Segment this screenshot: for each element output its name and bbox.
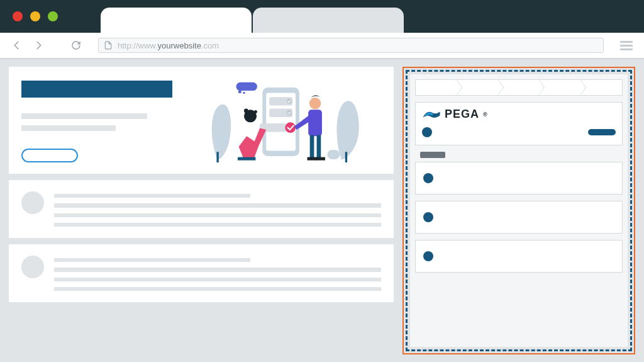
window-maximize-icon[interactable] bbox=[48, 11, 58, 21]
nav-divider bbox=[0, 58, 644, 59]
mashup-list-item[interactable] bbox=[415, 162, 623, 195]
pega-brand-text: PEGA bbox=[445, 108, 479, 121]
title-bar bbox=[0, 0, 644, 33]
svg-rect-17 bbox=[308, 110, 322, 136]
pega-registered: ® bbox=[483, 111, 488, 118]
pega-header-card: PEGA® bbox=[415, 102, 623, 145]
option-row[interactable] bbox=[422, 126, 616, 139]
svg-point-14 bbox=[244, 109, 248, 113]
breadcrumb-step[interactable] bbox=[540, 80, 581, 95]
svg-point-15 bbox=[254, 110, 257, 113]
forward-icon[interactable] bbox=[33, 40, 44, 51]
back-icon[interactable] bbox=[11, 40, 23, 51]
svg-point-18 bbox=[309, 98, 321, 109]
url-text: http://www.yourwebsite.com bbox=[118, 41, 219, 50]
pega-mashup-panel: PEGA® bbox=[410, 74, 628, 347]
page-icon bbox=[104, 41, 113, 50]
breadcrumb-step[interactable] bbox=[457, 80, 499, 95]
svg-rect-23 bbox=[327, 150, 340, 159]
breadcrumb-step[interactable] bbox=[499, 80, 540, 95]
post-body bbox=[54, 256, 381, 291]
page-body: PEGA® bbox=[0, 59, 644, 362]
text-placeholder bbox=[54, 278, 381, 281]
hero-illustration bbox=[191, 78, 381, 162]
radio-icon bbox=[423, 251, 433, 261]
avatar bbox=[21, 191, 44, 214]
text-placeholder bbox=[21, 125, 116, 131]
text-placeholder bbox=[21, 113, 147, 119]
hero-card bbox=[9, 67, 394, 174]
text-placeholder bbox=[54, 223, 381, 227]
text-placeholder bbox=[54, 194, 250, 198]
text-placeholder bbox=[54, 268, 381, 271]
pega-logo-icon bbox=[422, 108, 441, 121]
mashup-list-item[interactable] bbox=[415, 240, 623, 273]
window-minimize-icon[interactable] bbox=[30, 11, 40, 21]
text-placeholder bbox=[54, 213, 381, 217]
svg-rect-19 bbox=[310, 135, 314, 158]
svg-rect-4 bbox=[345, 152, 347, 162]
text-placeholder bbox=[54, 203, 381, 207]
svg-rect-0 bbox=[236, 82, 257, 91]
pega-logo: PEGA® bbox=[422, 108, 616, 121]
svg-point-1 bbox=[238, 90, 242, 93]
svg-point-12 bbox=[285, 122, 296, 133]
svg-rect-3 bbox=[216, 152, 218, 162]
post-card bbox=[9, 180, 394, 238]
navigation-bar: http://www.yourwebsite.com bbox=[0, 33, 644, 58]
mashup-column: PEGA® bbox=[402, 67, 635, 354]
svg-point-2 bbox=[243, 92, 245, 94]
window-traffic-lights bbox=[13, 11, 58, 21]
breadcrumb-stepper bbox=[415, 79, 623, 96]
avatar bbox=[21, 256, 44, 278]
tab-strip bbox=[101, 8, 405, 33]
section-label-placeholder bbox=[420, 152, 445, 158]
browser-tab-active[interactable] bbox=[101, 8, 252, 33]
window-close-icon[interactable] bbox=[13, 11, 23, 21]
svg-rect-20 bbox=[317, 135, 321, 158]
action-pill[interactable] bbox=[588, 129, 616, 135]
hero-cta-button[interactable] bbox=[21, 149, 78, 162]
reload-icon[interactable] bbox=[70, 40, 82, 51]
post-card bbox=[9, 244, 394, 302]
radio-icon bbox=[423, 173, 433, 183]
breadcrumb-step[interactable] bbox=[581, 80, 622, 95]
main-column bbox=[9, 67, 394, 354]
breadcrumb-step[interactable] bbox=[416, 80, 457, 95]
browser-chrome: http://www.yourwebsite.com bbox=[0, 0, 644, 59]
text-placeholder bbox=[54, 258, 250, 262]
svg-rect-21 bbox=[308, 157, 317, 161]
hero-title-placeholder bbox=[21, 81, 172, 98]
url-bar[interactable]: http://www.yourwebsite.com bbox=[98, 38, 604, 53]
browser-tab-inactive[interactable] bbox=[253, 8, 404, 33]
hero-text-block bbox=[21, 78, 179, 162]
mashup-list-item[interactable] bbox=[415, 201, 623, 234]
svg-rect-22 bbox=[316, 157, 325, 161]
post-body bbox=[54, 191, 381, 227]
radio-icon bbox=[422, 127, 432, 137]
svg-rect-16 bbox=[238, 157, 255, 161]
radio-icon bbox=[423, 212, 433, 222]
text-placeholder bbox=[54, 287, 381, 291]
hamburger-menu-icon[interactable] bbox=[620, 41, 633, 50]
